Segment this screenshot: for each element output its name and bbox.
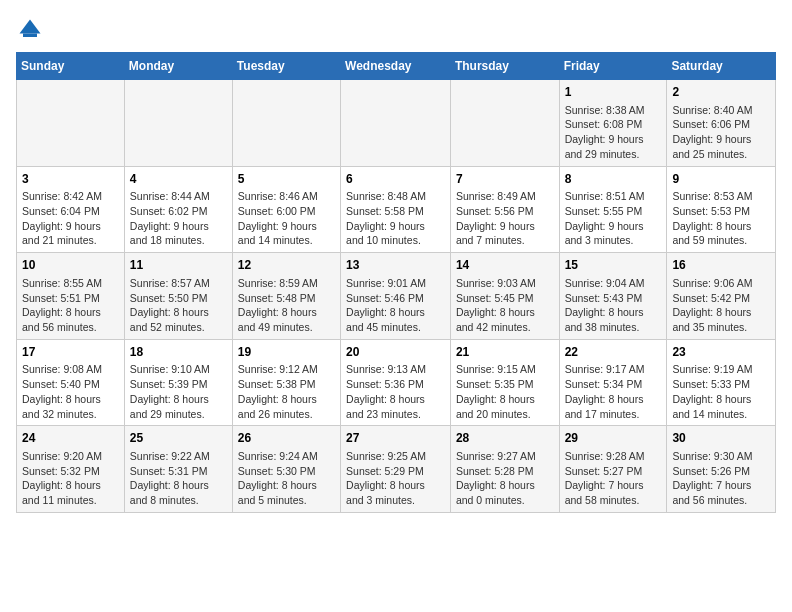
day-cell-17: 17Sunrise: 9:08 AM Sunset: 5:40 PM Dayli… xyxy=(17,339,125,426)
day-number: 17 xyxy=(22,344,119,361)
day-cell-18: 18Sunrise: 9:10 AM Sunset: 5:39 PM Dayli… xyxy=(124,339,232,426)
day-cell-25: 25Sunrise: 9:22 AM Sunset: 5:31 PM Dayli… xyxy=(124,426,232,513)
svg-marker-0 xyxy=(20,20,41,34)
day-number: 3 xyxy=(22,171,119,188)
day-info: Sunrise: 9:12 AM Sunset: 5:38 PM Dayligh… xyxy=(238,362,335,421)
day-info: Sunrise: 8:57 AM Sunset: 5:50 PM Dayligh… xyxy=(130,276,227,335)
day-info: Sunrise: 8:55 AM Sunset: 5:51 PM Dayligh… xyxy=(22,276,119,335)
day-info: Sunrise: 9:01 AM Sunset: 5:46 PM Dayligh… xyxy=(346,276,445,335)
day-number: 26 xyxy=(238,430,335,447)
day-number: 24 xyxy=(22,430,119,447)
day-info: Sunrise: 8:51 AM Sunset: 5:55 PM Dayligh… xyxy=(565,189,662,248)
day-cell-16: 16Sunrise: 9:06 AM Sunset: 5:42 PM Dayli… xyxy=(667,253,776,340)
day-number: 29 xyxy=(565,430,662,447)
day-number: 7 xyxy=(456,171,554,188)
page-header xyxy=(16,16,776,44)
day-number: 11 xyxy=(130,257,227,274)
logo-icon xyxy=(16,16,44,44)
column-header-sunday: Sunday xyxy=(17,53,125,80)
column-header-saturday: Saturday xyxy=(667,53,776,80)
day-info: Sunrise: 8:48 AM Sunset: 5:58 PM Dayligh… xyxy=(346,189,445,248)
day-cell-9: 9Sunrise: 8:53 AM Sunset: 5:53 PM Daylig… xyxy=(667,166,776,253)
day-cell-11: 11Sunrise: 8:57 AM Sunset: 5:50 PM Dayli… xyxy=(124,253,232,340)
day-info: Sunrise: 9:17 AM Sunset: 5:34 PM Dayligh… xyxy=(565,362,662,421)
day-number: 18 xyxy=(130,344,227,361)
column-header-monday: Monday xyxy=(124,53,232,80)
day-info: Sunrise: 9:20 AM Sunset: 5:32 PM Dayligh… xyxy=(22,449,119,508)
day-info: Sunrise: 8:40 AM Sunset: 6:06 PM Dayligh… xyxy=(672,103,770,162)
empty-cell xyxy=(124,80,232,167)
day-info: Sunrise: 9:13 AM Sunset: 5:36 PM Dayligh… xyxy=(346,362,445,421)
day-info: Sunrise: 9:27 AM Sunset: 5:28 PM Dayligh… xyxy=(456,449,554,508)
day-number: 28 xyxy=(456,430,554,447)
day-info: Sunrise: 9:10 AM Sunset: 5:39 PM Dayligh… xyxy=(130,362,227,421)
day-cell-21: 21Sunrise: 9:15 AM Sunset: 5:35 PM Dayli… xyxy=(450,339,559,426)
day-number: 25 xyxy=(130,430,227,447)
day-cell-29: 29Sunrise: 9:28 AM Sunset: 5:27 PM Dayli… xyxy=(559,426,667,513)
day-info: Sunrise: 9:15 AM Sunset: 5:35 PM Dayligh… xyxy=(456,362,554,421)
day-cell-5: 5Sunrise: 8:46 AM Sunset: 6:00 PM Daylig… xyxy=(232,166,340,253)
column-header-tuesday: Tuesday xyxy=(232,53,340,80)
day-cell-6: 6Sunrise: 8:48 AM Sunset: 5:58 PM Daylig… xyxy=(341,166,451,253)
day-info: Sunrise: 9:08 AM Sunset: 5:40 PM Dayligh… xyxy=(22,362,119,421)
day-number: 14 xyxy=(456,257,554,274)
day-info: Sunrise: 8:59 AM Sunset: 5:48 PM Dayligh… xyxy=(238,276,335,335)
day-number: 13 xyxy=(346,257,445,274)
column-header-friday: Friday xyxy=(559,53,667,80)
day-number: 19 xyxy=(238,344,335,361)
day-cell-10: 10Sunrise: 8:55 AM Sunset: 5:51 PM Dayli… xyxy=(17,253,125,340)
day-info: Sunrise: 9:22 AM Sunset: 5:31 PM Dayligh… xyxy=(130,449,227,508)
day-info: Sunrise: 8:49 AM Sunset: 5:56 PM Dayligh… xyxy=(456,189,554,248)
day-info: Sunrise: 9:24 AM Sunset: 5:30 PM Dayligh… xyxy=(238,449,335,508)
day-cell-4: 4Sunrise: 8:44 AM Sunset: 6:02 PM Daylig… xyxy=(124,166,232,253)
day-info: Sunrise: 8:53 AM Sunset: 5:53 PM Dayligh… xyxy=(672,189,770,248)
day-number: 10 xyxy=(22,257,119,274)
empty-cell xyxy=(17,80,125,167)
day-info: Sunrise: 9:30 AM Sunset: 5:26 PM Dayligh… xyxy=(672,449,770,508)
day-number: 20 xyxy=(346,344,445,361)
day-cell-24: 24Sunrise: 9:20 AM Sunset: 5:32 PM Dayli… xyxy=(17,426,125,513)
column-header-wednesday: Wednesday xyxy=(341,53,451,80)
day-number: 4 xyxy=(130,171,227,188)
day-number: 22 xyxy=(565,344,662,361)
day-cell-27: 27Sunrise: 9:25 AM Sunset: 5:29 PM Dayli… xyxy=(341,426,451,513)
day-info: Sunrise: 9:04 AM Sunset: 5:43 PM Dayligh… xyxy=(565,276,662,335)
day-cell-26: 26Sunrise: 9:24 AM Sunset: 5:30 PM Dayli… xyxy=(232,426,340,513)
day-cell-1: 1Sunrise: 8:38 AM Sunset: 6:08 PM Daylig… xyxy=(559,80,667,167)
day-cell-23: 23Sunrise: 9:19 AM Sunset: 5:33 PM Dayli… xyxy=(667,339,776,426)
day-cell-20: 20Sunrise: 9:13 AM Sunset: 5:36 PM Dayli… xyxy=(341,339,451,426)
day-info: Sunrise: 8:46 AM Sunset: 6:00 PM Dayligh… xyxy=(238,189,335,248)
day-number: 2 xyxy=(672,84,770,101)
day-info: Sunrise: 9:03 AM Sunset: 5:45 PM Dayligh… xyxy=(456,276,554,335)
day-cell-7: 7Sunrise: 8:49 AM Sunset: 5:56 PM Daylig… xyxy=(450,166,559,253)
day-cell-2: 2Sunrise: 8:40 AM Sunset: 6:06 PM Daylig… xyxy=(667,80,776,167)
empty-cell xyxy=(450,80,559,167)
day-cell-19: 19Sunrise: 9:12 AM Sunset: 5:38 PM Dayli… xyxy=(232,339,340,426)
day-info: Sunrise: 8:38 AM Sunset: 6:08 PM Dayligh… xyxy=(565,103,662,162)
day-cell-28: 28Sunrise: 9:27 AM Sunset: 5:28 PM Dayli… xyxy=(450,426,559,513)
day-cell-22: 22Sunrise: 9:17 AM Sunset: 5:34 PM Dayli… xyxy=(559,339,667,426)
empty-cell xyxy=(232,80,340,167)
day-number: 5 xyxy=(238,171,335,188)
day-info: Sunrise: 9:06 AM Sunset: 5:42 PM Dayligh… xyxy=(672,276,770,335)
day-info: Sunrise: 8:44 AM Sunset: 6:02 PM Dayligh… xyxy=(130,189,227,248)
day-number: 6 xyxy=(346,171,445,188)
day-cell-3: 3Sunrise: 8:42 AM Sunset: 6:04 PM Daylig… xyxy=(17,166,125,253)
calendar-table: SundayMondayTuesdayWednesdayThursdayFrid… xyxy=(16,52,776,513)
day-info: Sunrise: 8:42 AM Sunset: 6:04 PM Dayligh… xyxy=(22,189,119,248)
day-cell-14: 14Sunrise: 9:03 AM Sunset: 5:45 PM Dayli… xyxy=(450,253,559,340)
day-cell-30: 30Sunrise: 9:30 AM Sunset: 5:26 PM Dayli… xyxy=(667,426,776,513)
logo xyxy=(16,16,48,44)
day-number: 30 xyxy=(672,430,770,447)
day-number: 12 xyxy=(238,257,335,274)
day-cell-8: 8Sunrise: 8:51 AM Sunset: 5:55 PM Daylig… xyxy=(559,166,667,253)
day-cell-13: 13Sunrise: 9:01 AM Sunset: 5:46 PM Dayli… xyxy=(341,253,451,340)
day-cell-12: 12Sunrise: 8:59 AM Sunset: 5:48 PM Dayli… xyxy=(232,253,340,340)
day-number: 27 xyxy=(346,430,445,447)
day-number: 8 xyxy=(565,171,662,188)
day-number: 1 xyxy=(565,84,662,101)
day-info: Sunrise: 9:19 AM Sunset: 5:33 PM Dayligh… xyxy=(672,362,770,421)
day-number: 15 xyxy=(565,257,662,274)
empty-cell xyxy=(341,80,451,167)
day-number: 16 xyxy=(672,257,770,274)
